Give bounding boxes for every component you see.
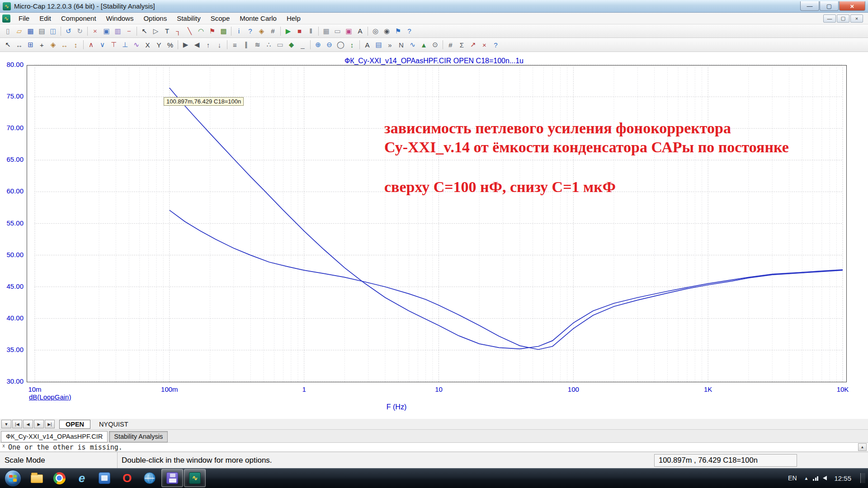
stop-analysis-icon[interactable]: ■ — [294, 25, 305, 37]
y-axis-caption[interactable]: dB(LoopGain) — [29, 393, 71, 401]
first-page-button[interactable]: |◀ — [12, 420, 22, 428]
maximize-button[interactable]: ▢ — [820, 1, 839, 11]
help-contents-icon[interactable]: ? — [404, 25, 415, 37]
vertical-grid-icon[interactable]: ∥ — [241, 39, 252, 51]
help-mode-icon[interactable]: ? — [245, 25, 256, 37]
state-variables-icon[interactable]: Σ — [456, 39, 467, 51]
point-tag-icon[interactable]: ◈ — [47, 39, 59, 51]
pause-analysis-icon[interactable]: ‖ — [305, 25, 316, 37]
tokens-icon[interactable]: ◆ — [286, 39, 297, 51]
menu-stability[interactable]: Stability — [172, 13, 206, 24]
go-to-y-icon[interactable]: Y — [153, 39, 165, 51]
inflection-icon[interactable]: ∿ — [131, 39, 142, 51]
three-d-windows-icon[interactable]: ▲ — [418, 39, 429, 51]
volume-icon[interactable] — [823, 476, 827, 480]
taskbar-file-save-tool[interactable] — [161, 469, 183, 487]
horizontal-tag-icon[interactable]: ↔ — [59, 39, 70, 51]
tray-expand-icon[interactable]: ▲ — [804, 476, 809, 481]
valley-icon[interactable]: ∨ — [97, 39, 108, 51]
plot-tab-nyquist[interactable]: NYQUIST — [93, 420, 134, 428]
file-tab-stability-analysis[interactable]: Stability Analysis — [109, 431, 168, 442]
cursor-tool-icon[interactable]: + — [36, 39, 47, 51]
picture-mode-icon[interactable]: ▩ — [218, 25, 229, 37]
graph-pan-icon[interactable]: ↔ — [14, 39, 25, 51]
taskbar-opera-browser[interactable]: O — [116, 469, 138, 487]
copy-icon[interactable]: ▣ — [101, 25, 112, 37]
tab-menu-button[interactable]: ▼ — [1, 420, 11, 428]
scroll-up-button[interactable]: ▲ — [858, 443, 867, 451]
component-mode-icon[interactable]: ▷ — [150, 25, 161, 37]
flag-mode-icon[interactable]: ⚑ — [207, 25, 218, 37]
menu-edit[interactable]: Edit — [34, 13, 56, 24]
scale-tool-icon[interactable]: ⊞ — [25, 39, 36, 51]
go-to-branch-icon[interactable]: % — [165, 39, 176, 51]
numeric-output-icon[interactable]: # — [445, 39, 456, 51]
file-tab-фк-cy-xxi-v14-opaashpf-cir[interactable]: ФК_Cy-XXI_v14_OPAasHPF.CIR — [1, 431, 108, 442]
diagonal-wire-mode-icon[interactable]: ╲ — [184, 25, 195, 37]
clock[interactable]: 12:55 — [831, 474, 854, 482]
slider-icon[interactable]: ⊙ — [429, 39, 441, 51]
border-toggle-icon[interactable]: ▭ — [332, 25, 343, 37]
prev-point-icon[interactable]: ◀ — [191, 39, 203, 51]
taskbar-web-browser[interactable] — [139, 469, 160, 487]
prev-page-button[interactable]: ◀ — [23, 420, 33, 428]
find-icon[interactable]: ◎ — [370, 25, 381, 37]
taskbar-google-chrome[interactable] — [48, 469, 70, 487]
point-tag-mode-icon[interactable]: ◈ — [256, 25, 267, 37]
help-graph-icon[interactable]: ? — [490, 39, 501, 51]
select-tool-icon[interactable]: ↖ — [2, 39, 14, 51]
cut-icon[interactable]: × — [90, 25, 101, 37]
save-file-icon[interactable]: ▦ — [25, 25, 36, 37]
bottom-curve-icon[interactable]: ↓ — [214, 39, 225, 51]
go-to-flag-icon[interactable]: ⚑ — [392, 25, 404, 37]
taskbar-mail-client[interactable] — [94, 469, 115, 487]
menu-file[interactable]: File — [14, 13, 34, 24]
run-analysis-icon[interactable]: ▶ — [283, 25, 294, 37]
start-button[interactable] — [5, 470, 21, 487]
baseline-icon[interactable]: _ — [297, 39, 308, 51]
language-indicator[interactable]: EN — [785, 473, 799, 483]
animate-icon[interactable]: » — [384, 39, 396, 51]
text-annotation-icon[interactable]: A — [362, 39, 373, 51]
zoom-in-icon[interactable]: ⊕ — [312, 39, 324, 51]
normalize-icon[interactable]: N — [396, 39, 407, 51]
undo-icon[interactable]: ↺ — [63, 25, 74, 37]
menu-windows[interactable]: Windows — [101, 13, 139, 24]
repeat-find-icon[interactable]: ◉ — [381, 25, 392, 37]
mdi-minimize-button[interactable]: — — [823, 14, 836, 23]
vertical-tag-icon[interactable]: ↕ — [70, 39, 81, 51]
low-icon[interactable]: ⊥ — [119, 39, 131, 51]
paste-icon[interactable]: ▥ — [112, 25, 123, 37]
last-page-button[interactable]: ▶| — [45, 420, 55, 428]
redo-icon[interactable]: ↻ — [74, 25, 85, 37]
color-picker-icon[interactable]: ▣ — [343, 25, 354, 37]
taskbar-internet-explorer[interactable]: e — [71, 469, 93, 487]
probe-icon[interactable]: ↗ — [467, 39, 479, 51]
data-points-icon[interactable]: ∴ — [263, 39, 274, 51]
grid-toggle-icon[interactable]: ▦ — [321, 25, 332, 37]
open-file-icon[interactable]: ▱ — [14, 25, 25, 37]
close-button[interactable]: × — [839, 1, 865, 11]
wire-mode-icon[interactable]: ┐ — [173, 25, 184, 37]
chart-canvas[interactable] — [0, 52, 868, 419]
horizontal-grid-icon[interactable]: ≡ — [229, 39, 241, 51]
minor-grids-icon[interactable]: ≋ — [252, 39, 263, 51]
top-curve-icon[interactable]: ↑ — [203, 39, 214, 51]
font-settings-icon[interactable]: A — [354, 25, 366, 37]
exit-analysis-icon[interactable]: × — [479, 39, 490, 51]
next-page-button[interactable]: ▶ — [34, 420, 44, 428]
text-mode-icon[interactable]: T — [161, 25, 173, 37]
next-point-icon[interactable]: ▶ — [180, 39, 191, 51]
graph-properties-icon[interactable]: ▤ — [373, 39, 384, 51]
delete-icon[interactable]: − — [123, 25, 135, 37]
taskbar-windows-explorer[interactable] — [26, 469, 47, 487]
graphics-mode-icon[interactable]: ◠ — [195, 25, 207, 37]
mdi-close-button[interactable]: × — [850, 14, 863, 23]
taskbar-micro-cap[interactable] — [184, 469, 206, 487]
autoscale-icon[interactable]: ↕ — [346, 39, 358, 51]
plot-tab-open[interactable]: OPEN — [59, 420, 90, 429]
show-desktop-button[interactable] — [860, 473, 865, 483]
mdi-restore-button[interactable]: ▢ — [837, 14, 849, 23]
menu-component[interactable]: Component — [56, 13, 101, 24]
print-icon[interactable]: ▤ — [36, 25, 47, 37]
